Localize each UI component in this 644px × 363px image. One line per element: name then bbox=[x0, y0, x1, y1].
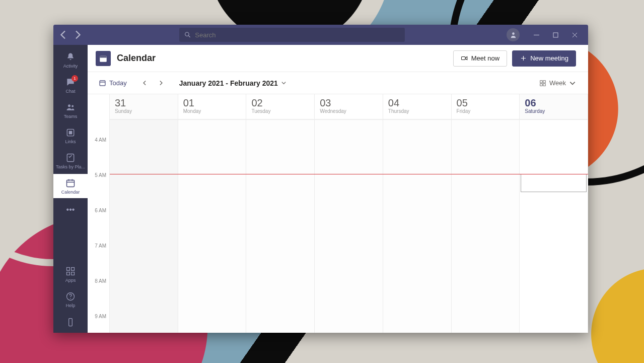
chevron-down-icon bbox=[569, 80, 576, 87]
meet-now-button[interactable]: Meet now bbox=[453, 50, 507, 67]
day-column[interactable] bbox=[315, 119, 383, 333]
day-header[interactable]: 05Friday bbox=[452, 94, 520, 119]
day-column[interactable] bbox=[383, 119, 452, 333]
titlebar bbox=[53, 25, 588, 45]
window-minimize-button[interactable] bbox=[527, 25, 546, 45]
svg-rect-32 bbox=[540, 83, 542, 85]
nav-teams[interactable]: Teams bbox=[53, 98, 88, 123]
date-range-text: January 2021 - February 2021 bbox=[179, 79, 278, 87]
apps-icon bbox=[65, 266, 76, 276]
nav-label: Chat bbox=[65, 89, 75, 94]
org-avatar[interactable] bbox=[507, 28, 520, 41]
calendar-icon bbox=[65, 178, 76, 188]
search-icon bbox=[184, 31, 191, 38]
nav-label: Apps bbox=[65, 278, 76, 283]
svg-rect-22 bbox=[69, 319, 73, 326]
next-week-button[interactable] bbox=[154, 76, 168, 90]
ellipsis-icon: ••• bbox=[66, 205, 75, 214]
window-maximize-button[interactable] bbox=[546, 25, 565, 45]
history-forward-button[interactable] bbox=[71, 29, 84, 41]
help-icon bbox=[65, 291, 76, 301]
time-slots[interactable] bbox=[110, 119, 588, 333]
link-icon bbox=[65, 128, 76, 138]
new-meeting-button[interactable]: New meeting bbox=[512, 50, 576, 67]
day-header[interactable]: 31Sunday bbox=[110, 94, 178, 119]
time-label: 4 AM bbox=[95, 137, 106, 143]
svg-rect-19 bbox=[71, 272, 75, 275]
day-header[interactable]: 02Tuesday bbox=[246, 94, 315, 119]
today-button[interactable]: Today bbox=[96, 77, 130, 89]
window-close-button[interactable] bbox=[565, 25, 584, 45]
svg-point-0 bbox=[185, 32, 189, 36]
device-icon bbox=[65, 317, 76, 327]
svg-rect-4 bbox=[553, 33, 558, 37]
today-icon bbox=[99, 79, 106, 87]
nav-help[interactable]: Help bbox=[53, 287, 88, 312]
svg-rect-28 bbox=[100, 81, 105, 86]
svg-rect-33 bbox=[543, 83, 545, 85]
svg-rect-18 bbox=[67, 272, 70, 275]
time-gutter: 4 AM 5 AM 6 AM 7 AM 8 AM 9 AM bbox=[88, 94, 110, 333]
svg-rect-11 bbox=[67, 154, 74, 162]
bell-icon bbox=[65, 52, 76, 62]
nav-more[interactable]: ••• bbox=[53, 199, 88, 220]
history-back-button[interactable] bbox=[57, 29, 69, 41]
svg-rect-24 bbox=[100, 55, 107, 57]
day-header[interactable]: 01Monday bbox=[178, 94, 247, 119]
time-label: 5 AM bbox=[95, 172, 106, 178]
nav-calendar[interactable]: Calendar bbox=[53, 174, 88, 198]
calendar-grid: 4 AM 5 AM 6 AM 7 AM 8 AM 9 AM 31Sunday 0… bbox=[88, 94, 588, 333]
plus-icon bbox=[520, 54, 527, 62]
svg-point-2 bbox=[512, 32, 515, 35]
nav-links[interactable]: Links bbox=[53, 124, 88, 148]
day-column[interactable] bbox=[452, 119, 520, 333]
nav-label: Help bbox=[66, 303, 76, 308]
date-range-picker[interactable]: January 2021 - February 2021 bbox=[179, 79, 287, 87]
page-header: Calendar Meet now New meeting bbox=[88, 45, 588, 72]
day-column[interactable] bbox=[246, 119, 315, 333]
new-meeting-label: New meeting bbox=[530, 54, 568, 62]
day-column[interactable] bbox=[178, 119, 247, 333]
svg-point-8 bbox=[71, 105, 74, 107]
nav-rail: Activity 1 Chat Teams Links Tasks by Pla… bbox=[53, 45, 88, 333]
video-icon bbox=[461, 54, 468, 62]
chat-badge: 1 bbox=[71, 75, 78, 82]
time-label: 8 AM bbox=[95, 278, 106, 284]
view-switcher[interactable]: Week bbox=[539, 79, 576, 87]
day-header[interactable]: 03Wednesday bbox=[315, 94, 383, 119]
svg-point-21 bbox=[70, 298, 71, 299]
day-header-today[interactable]: 06Saturday bbox=[520, 94, 588, 119]
day-column-today[interactable] bbox=[520, 119, 588, 333]
day-column[interactable] bbox=[110, 119, 178, 333]
nav-apps[interactable]: Apps bbox=[53, 262, 88, 286]
current-time-line bbox=[110, 174, 588, 174]
nav-activity[interactable]: Activity bbox=[53, 48, 88, 72]
nav-device[interactable] bbox=[53, 313, 88, 333]
calendar-tile-icon bbox=[99, 54, 108, 63]
time-label: 7 AM bbox=[95, 243, 106, 249]
nav-chat[interactable]: 1 Chat bbox=[53, 73, 88, 97]
search-box[interactable] bbox=[179, 28, 405, 42]
grid-icon bbox=[539, 80, 546, 87]
view-label: Week bbox=[549, 79, 566, 87]
nav-tasks[interactable]: Tasks by Pla... bbox=[53, 149, 88, 173]
tasks-icon bbox=[65, 153, 76, 163]
nav-label: Activity bbox=[63, 64, 78, 69]
nav-label: Teams bbox=[64, 114, 78, 119]
nav-label: Tasks by Pla... bbox=[56, 164, 85, 169]
day-header[interactable]: 04Thursday bbox=[383, 94, 452, 119]
current-time-slot[interactable] bbox=[521, 174, 587, 192]
nav-label: Links bbox=[65, 139, 76, 144]
calendar-toolbar: Today January 2021 - February 2021 Week bbox=[88, 72, 588, 94]
prev-week-button[interactable] bbox=[138, 76, 152, 90]
teams-window: Activity 1 Chat Teams Links Tasks by Pla… bbox=[53, 25, 588, 333]
search-input[interactable] bbox=[195, 31, 400, 39]
svg-line-1 bbox=[188, 36, 190, 37]
svg-rect-31 bbox=[543, 80, 545, 82]
org-icon bbox=[510, 31, 517, 39]
svg-rect-10 bbox=[69, 131, 73, 135]
nav-label: Calendar bbox=[61, 190, 80, 195]
calendar-app-tile bbox=[96, 51, 111, 66]
svg-rect-25 bbox=[461, 57, 465, 60]
chevron-down-icon bbox=[281, 80, 287, 86]
